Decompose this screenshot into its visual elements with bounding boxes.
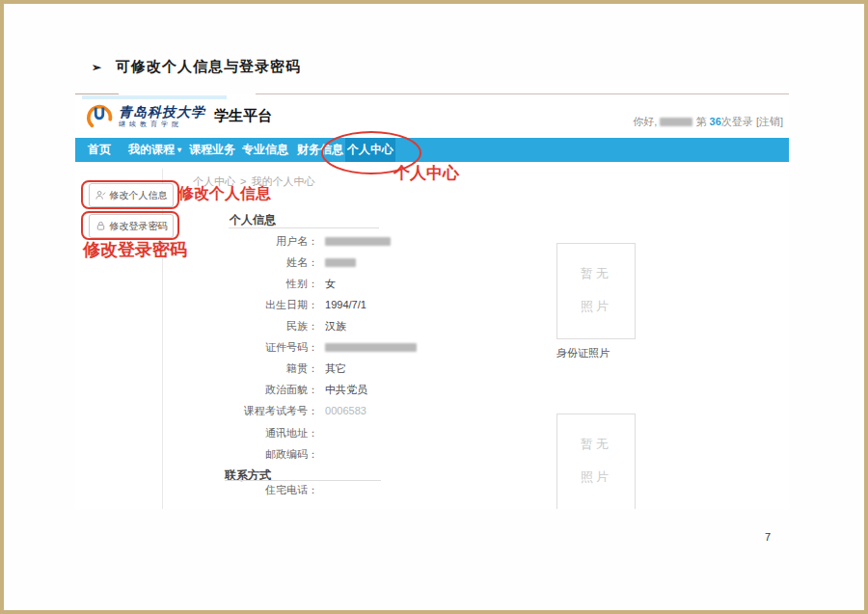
greeting-text: 你好,	[633, 116, 657, 127]
field-row-home-phone: 住宅电话：	[75, 484, 322, 495]
placeholder-text: 照片	[581, 298, 611, 315]
chevron-down-icon: ▾	[177, 146, 181, 154]
field-label: 证件号码：	[75, 341, 318, 353]
annotation-box-change-password	[81, 211, 179, 240]
field-row-native-place: 籍贯： 其它	[75, 362, 346, 374]
annotation-change-password-callout: 修改登录密码	[83, 238, 187, 261]
nav-item-home[interactable]: 首页	[88, 138, 111, 162]
field-label: 课程考试考号：	[75, 405, 318, 416]
main-nav: 首页 我的课程▾ 课程业务 专业信息 财务信息 个人中心	[75, 138, 789, 162]
field-label: 民族：	[75, 320, 318, 332]
nav-item-label: 我的课程	[128, 143, 175, 156]
bullet-text: 可修改个人信息与登录密码	[116, 58, 301, 74]
field-row-id-number: 证件号码：	[75, 341, 417, 353]
masked-value	[325, 258, 356, 267]
top-border-segment	[256, 93, 789, 94]
field-row-exam-number: 课程考试考号： 0006583	[75, 405, 366, 416]
photo-placeholder: 暂无 照片	[556, 414, 636, 509]
page-number: 7	[765, 531, 771, 543]
logout-link[interactable]: [注销]	[756, 116, 783, 127]
document-page: ➢可修改个人信息与登录密码 青岛科技大学 继续教育学院 学生平台 你好, 第 3…	[0, 0, 868, 614]
login-count-prefix: 第	[696, 116, 707, 127]
field-label: 籍贯：	[75, 362, 318, 374]
masked-value	[325, 343, 417, 352]
university-name-block: 青岛科技大学 继续教育学院	[119, 105, 205, 127]
login-count: 36	[710, 116, 721, 127]
university-name: 青岛科技大学	[119, 105, 205, 119]
section-divider	[225, 480, 381, 481]
field-label: 政治面貌：	[75, 384, 318, 395]
platform-title: 学生平台	[214, 107, 272, 125]
field-value: 汉族	[325, 320, 346, 332]
placeholder-text: 照片	[581, 468, 611, 486]
annotation-nav-callout: 个人中心	[393, 162, 459, 184]
nav-item-major-info[interactable]: 专业信息	[242, 138, 288, 162]
field-row-birthdate: 出生日期： 1994/7/1	[75, 299, 366, 310]
bullet-line: ➢可修改个人信息与登录密码	[92, 58, 301, 76]
nav-item-my-courses[interactable]: 我的课程▾	[128, 138, 181, 162]
qust-logo-icon	[85, 101, 114, 130]
field-label: 住宅电话：	[75, 484, 318, 495]
field-row-mailing-address: 通讯地址：	[75, 427, 322, 439]
field-label: 通讯地址：	[75, 427, 318, 439]
id-photo-caption: 身份证照片	[556, 346, 610, 360]
section-title-contact: 联系方式	[225, 467, 271, 484]
field-value: 中共党员	[325, 384, 367, 395]
top-border-segment	[75, 93, 119, 94]
header-highlight-strip	[82, 95, 227, 99]
field-row-political-status: 政治面貌： 中共党员	[75, 384, 367, 395]
masked-value	[325, 237, 391, 246]
annotation-edit-profile-callout: 修改个人信息	[178, 184, 271, 204]
annotation-box-edit-profile	[81, 180, 179, 209]
section-divider	[229, 227, 379, 228]
field-label: 出生日期：	[75, 299, 318, 310]
placeholder-text: 暂无	[581, 436, 611, 453]
field-value: 0006583	[325, 405, 366, 416]
masked-username	[660, 118, 692, 126]
nav-item-course-business[interactable]: 课程业务	[189, 138, 235, 162]
field-row-ethnicity: 民族： 汉族	[75, 320, 346, 332]
login-count-suffix: 次登录	[721, 116, 753, 127]
field-value: 女	[325, 278, 336, 289]
field-row-gender: 性别： 女	[75, 278, 336, 289]
site-logo: 青岛科技大学 继续教育学院 学生平台	[85, 101, 272, 130]
id-photo-placeholder: 暂无 照片	[556, 243, 636, 339]
section-title-personal-info: 个人信息	[230, 212, 276, 228]
user-bar: 你好, 第 36次登录 [注销]	[633, 115, 783, 129]
field-value: 其它	[325, 362, 346, 374]
field-value: 1994/7/1	[325, 299, 366, 310]
bullet-arrow-icon: ➢	[92, 61, 102, 74]
field-label: 性别：	[75, 278, 318, 289]
placeholder-text: 暂无	[581, 265, 611, 282]
field-label: 邮政编码：	[75, 448, 318, 460]
field-row-postal-code: 邮政编码：	[75, 448, 322, 460]
app-screenshot: 青岛科技大学 继续教育学院 学生平台 你好, 第 36次登录 [注销] 首页 我…	[75, 93, 789, 509]
college-name: 继续教育学院	[119, 120, 205, 127]
